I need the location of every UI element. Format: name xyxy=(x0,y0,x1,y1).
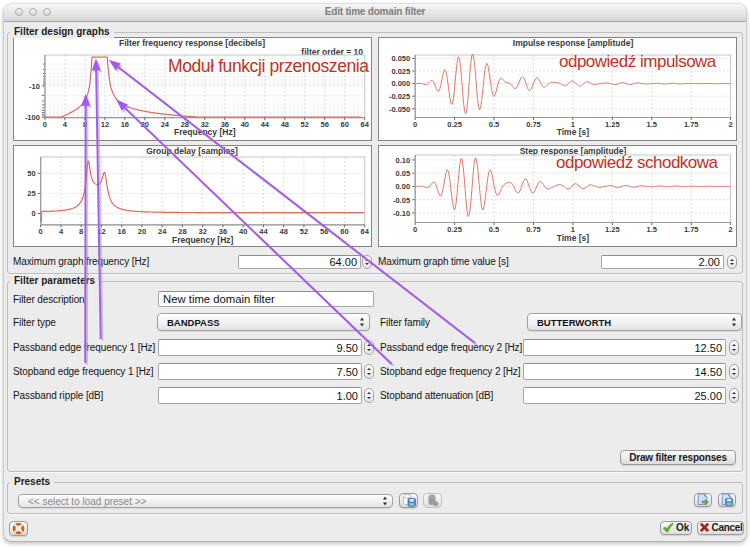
svg-text:48: 48 xyxy=(280,227,288,236)
svg-text:-0.10: -0.10 xyxy=(393,209,410,218)
svg-text:24: 24 xyxy=(161,120,170,129)
svg-text:0: 0 xyxy=(43,120,47,129)
svg-text:50: 50 xyxy=(27,169,35,178)
svg-text:0.75: 0.75 xyxy=(526,120,541,129)
svg-text:Time [s]: Time [s] xyxy=(557,233,590,243)
svg-text:25: 25 xyxy=(27,189,35,198)
svg-text:64: 64 xyxy=(361,120,370,129)
svg-text:0: 0 xyxy=(413,120,417,129)
svg-text:Frequency [Hz]: Frequency [Hz] xyxy=(174,127,236,137)
svg-text:0: 0 xyxy=(39,227,43,236)
svg-text:0: 0 xyxy=(413,225,417,234)
svg-text:40: 40 xyxy=(239,227,247,236)
svg-text:Group delay [samples]: Group delay [samples] xyxy=(146,146,238,156)
svg-text:-10: -10 xyxy=(29,82,40,91)
svg-text:44: 44 xyxy=(261,120,270,129)
svg-text:0.025: 0.025 xyxy=(391,67,410,76)
svg-text:44: 44 xyxy=(259,227,268,236)
svg-text:12: 12 xyxy=(101,120,109,129)
svg-text:2: 2 xyxy=(729,225,733,234)
svg-text:0.10: 0.10 xyxy=(396,156,411,165)
svg-text:60: 60 xyxy=(341,120,349,129)
svg-text:16: 16 xyxy=(118,227,126,236)
svg-text:Frequency [Hz]: Frequency [Hz] xyxy=(172,235,234,245)
svg-text:1.25: 1.25 xyxy=(605,120,620,129)
svg-text:20: 20 xyxy=(138,227,146,236)
svg-text:1.75: 1.75 xyxy=(684,120,699,129)
svg-text:48: 48 xyxy=(281,120,289,129)
svg-text:16: 16 xyxy=(121,120,129,129)
svg-text:20: 20 xyxy=(141,120,149,129)
svg-text:-0.025: -0.025 xyxy=(389,92,410,101)
svg-text:0.050: 0.050 xyxy=(391,54,410,63)
svg-text:1.5: 1.5 xyxy=(647,225,657,234)
svg-text:Time [s]: Time [s] xyxy=(557,127,590,137)
svg-text:Filter frequency response [dec: Filter frequency response [decibels] xyxy=(119,38,265,48)
svg-text:24: 24 xyxy=(158,227,167,236)
svg-text:Impulse response [amplitude]: Impulse response [amplitude] xyxy=(513,38,634,48)
svg-text:0: 0 xyxy=(32,209,36,218)
svg-text:56: 56 xyxy=(320,227,328,236)
svg-text:12: 12 xyxy=(97,227,105,236)
svg-text:-0.05: -0.05 xyxy=(393,196,410,205)
svg-text:2: 2 xyxy=(729,120,733,129)
svg-text:1.5: 1.5 xyxy=(647,120,657,129)
svg-text:8: 8 xyxy=(83,120,87,129)
svg-text:1.75: 1.75 xyxy=(684,225,699,234)
svg-text:0.05: 0.05 xyxy=(396,169,411,178)
svg-text:4: 4 xyxy=(63,120,68,129)
svg-text:4: 4 xyxy=(59,227,64,236)
svg-text:64: 64 xyxy=(361,227,370,236)
svg-text:0.75: 0.75 xyxy=(526,225,541,234)
svg-text:0.000: 0.000 xyxy=(391,79,410,88)
svg-text:-0.050: -0.050 xyxy=(389,105,410,114)
svg-text:0.00: 0.00 xyxy=(396,182,411,191)
svg-text:52: 52 xyxy=(300,227,308,236)
svg-text:60: 60 xyxy=(340,227,348,236)
svg-text:1.25: 1.25 xyxy=(605,225,620,234)
svg-text:56: 56 xyxy=(321,120,329,129)
svg-text:-100: -100 xyxy=(25,113,40,122)
svg-text:40: 40 xyxy=(241,120,249,129)
svg-text:8: 8 xyxy=(79,227,83,236)
svg-text:0.5: 0.5 xyxy=(489,225,499,234)
svg-text:0.5: 0.5 xyxy=(489,120,499,129)
svg-text:52: 52 xyxy=(301,120,309,129)
svg-text:0.25: 0.25 xyxy=(447,120,462,129)
svg-text:0.25: 0.25 xyxy=(447,225,462,234)
